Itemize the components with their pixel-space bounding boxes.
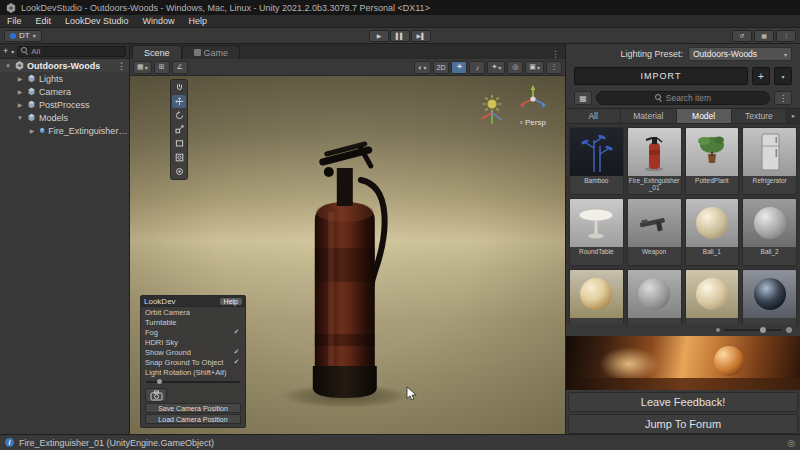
shading-mode-button[interactable]: ◐ ▾ — [414, 61, 430, 74]
asset-card-pottedplant[interactable]: PottedPlant — [685, 127, 740, 195]
hidden-objects-button[interactable]: ◎ — [507, 61, 523, 74]
option-light-rotation[interactable]: Light Rotation (Shift+Alt) — [141, 367, 245, 377]
asset-card-ball-2[interactable]: Ball_2 — [742, 198, 797, 266]
option-turntable[interactable]: Turntable — [141, 317, 245, 327]
leave-feedback-button[interactable]: Leave Feedback! — [568, 392, 798, 412]
slider-thumb[interactable] — [157, 379, 162, 384]
expand-arrow-icon[interactable]: ▶ — [16, 88, 24, 95]
scene-effects-button[interactable]: ✦ ▾ — [487, 61, 505, 74]
scene-lighting-button[interactable]: ☀ — [451, 61, 467, 74]
menu-help[interactable]: Help — [182, 15, 215, 27]
view-mode-button[interactable]: ▦ — [574, 91, 592, 105]
asset-card-roundtable[interactable]: RoundTable — [569, 198, 624, 266]
projection-mode-label[interactable]: ‹ Persp — [509, 118, 557, 127]
transform-tool-button[interactable] — [172, 151, 186, 164]
fire-extinguisher-model[interactable] — [264, 120, 424, 420]
option-show-ground[interactable]: Show Ground ✓ — [141, 347, 245, 357]
menu-lookdev-studio[interactable]: LookDev Studio — [58, 15, 136, 27]
axis-gizmo[interactable]: ‹ Persp — [509, 82, 557, 127]
tab-game[interactable]: Game — [182, 45, 241, 59]
filter-button[interactable]: ⋮ — [774, 91, 792, 105]
option-orbit-camera[interactable]: Orbit Camera — [141, 307, 245, 317]
custom-tool-button[interactable] — [172, 165, 186, 178]
directional-light-gizmo[interactable] — [475, 92, 509, 128]
2d-toggle-button[interactable]: 2D — [433, 61, 450, 74]
import-button[interactable]: IMPORT — [574, 67, 748, 85]
camera-settings-button[interactable]: ▣ ▾ — [525, 61, 544, 74]
asset-card-weapon[interactable]: Weapon — [627, 198, 682, 266]
checkbox[interactable]: ✓ — [232, 328, 241, 336]
save-camera-position-button[interactable]: Save Camera Position — [145, 403, 241, 413]
chevron-down-icon[interactable]: ▾ — [11, 48, 14, 55]
progress-icon[interactable]: ◎ — [787, 438, 795, 448]
light-rotation-slider[interactable] — [141, 377, 245, 386]
rotate-tool-button[interactable] — [172, 109, 186, 122]
account-button[interactable]: DT ▾ — [4, 30, 42, 42]
layers-icon[interactable]: ▦ — [754, 30, 774, 42]
undo-history-icon[interactable]: ↺ — [732, 30, 752, 42]
menu-edit[interactable]: Edit — [29, 15, 59, 27]
hierarchy-item-models[interactable]: ▼ Models — [0, 111, 129, 124]
scene-viewport[interactable]: ‹ Persp — [130, 76, 565, 434]
small-size-icon[interactable] — [716, 328, 720, 332]
checkbox[interactable]: ✓ — [232, 358, 241, 366]
hierarchy-search-input[interactable]: All — [17, 46, 126, 57]
option-snap-ground[interactable]: Snap Ground To Object ✓ — [141, 357, 245, 367]
hierarchy-scene-row[interactable]: ▼ Outdoors-Woods ⋮ — [0, 59, 129, 72]
lookdev-header[interactable]: LookDev Help — [141, 296, 245, 307]
expand-arrow-icon[interactable]: ▶ — [16, 101, 24, 108]
tab-scene[interactable]: Scene — [132, 45, 182, 59]
hierarchy-item-camera[interactable]: ▶ Camera — [0, 85, 129, 98]
large-size-icon[interactable] — [786, 327, 792, 333]
menu-file[interactable]: File — [0, 15, 29, 27]
asset-card-fire-extinguisher[interactable]: Fire_Extinguisher_01 — [627, 127, 682, 195]
tab-material[interactable]: Material — [621, 109, 676, 123]
option-hdri-sky[interactable]: HDRI Sky — [141, 337, 245, 347]
hierarchy-item-lights[interactable]: ▶ Lights — [0, 72, 129, 85]
hierarchy-item-fire-extinguisher[interactable]: ▶ Fire_Extinguisher_01(Clone) — [0, 124, 129, 137]
scene-options-icon[interactable]: ⋮ — [117, 61, 129, 71]
status-message[interactable]: Fire_Extinguisher_01 (UnityEngine.GameOb… — [19, 438, 214, 448]
snap-settings-button[interactable]: ∠ — [172, 61, 188, 74]
slider-track[interactable] — [146, 381, 240, 383]
layout-menu-icon[interactable]: ⋮ — [776, 30, 796, 42]
thumbnail-size-slider[interactable] — [724, 329, 782, 331]
expand-arrow-icon[interactable]: ▼ — [4, 63, 12, 69]
asset-card-ball-black[interactable] — [742, 269, 797, 324]
menu-window[interactable]: Window — [136, 15, 182, 27]
scene-view-menu-icon[interactable]: ⋮ — [546, 61, 562, 74]
info-icon[interactable]: i — [5, 438, 14, 447]
create-object-button[interactable]: + — [3, 46, 8, 56]
tab-texture[interactable]: Texture — [732, 109, 787, 123]
jump-to-forum-button[interactable]: Jump To Forum — [568, 414, 798, 434]
option-fog[interactable]: Fog ✓ — [141, 327, 245, 337]
asset-card-ball-1[interactable]: Ball_1 — [685, 198, 740, 266]
help-button[interactable]: Help — [220, 298, 242, 305]
move-tool-button[interactable] — [172, 95, 186, 108]
add-button[interactable]: + — [752, 67, 770, 85]
scale-tool-button[interactable] — [172, 123, 186, 136]
import-options-button[interactable]: ▾ — [774, 67, 792, 85]
scene-audio-button[interactable]: ♪ — [469, 61, 485, 74]
slider-thumb[interactable] — [760, 327, 766, 333]
play-button[interactable]: ▶ — [369, 30, 389, 42]
expand-arrow-icon[interactable]: ▶ — [28, 127, 36, 134]
screenshot-button[interactable] — [145, 388, 167, 402]
asset-card-ball-gray[interactable] — [627, 269, 682, 324]
pause-button[interactable]: ▌▌ — [390, 30, 410, 42]
tabs-overflow-icon[interactable]: ▸ — [787, 109, 800, 123]
tab-model[interactable]: Model — [677, 109, 732, 123]
rect-tool-button[interactable] — [172, 137, 186, 150]
tab-all[interactable]: All — [566, 109, 621, 123]
grid-toggle-button[interactable]: ⊞ — [154, 61, 170, 74]
hierarchy-item-postprocess[interactable]: ▶ PostProcess — [0, 98, 129, 111]
asset-card-ball-tan[interactable] — [685, 269, 740, 324]
tab-options-icon[interactable]: ⋮ — [546, 49, 565, 59]
asset-card-ball-beach[interactable] — [569, 269, 624, 324]
lighting-preset-dropdown[interactable]: Outdoors-Woods ▾ — [688, 47, 792, 61]
asset-card-bamboo[interactable]: Bamboo — [569, 127, 624, 195]
step-button[interactable]: ▶▌ — [411, 30, 431, 42]
hand-tool-button[interactable] — [172, 81, 186, 94]
tool-settings-button[interactable]: ▦ ▾ — [133, 61, 152, 74]
checkbox[interactable]: ✓ — [232, 348, 241, 356]
